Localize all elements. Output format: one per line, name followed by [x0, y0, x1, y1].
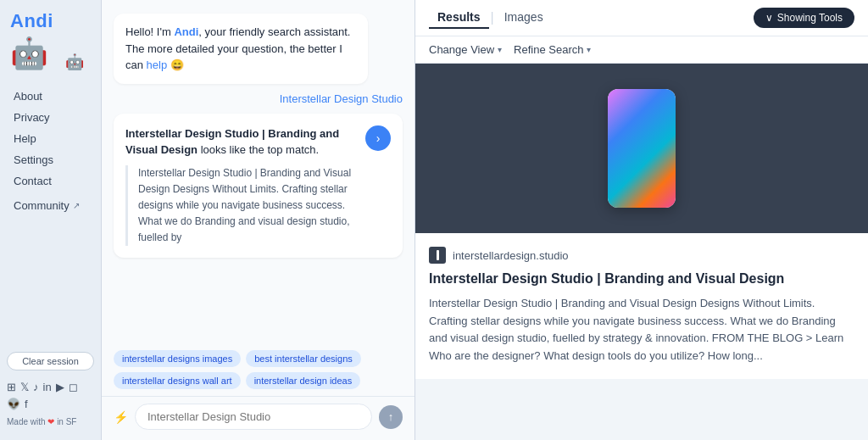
- results-panel: Results | Images ∨ Showing Tools Change …: [415, 0, 868, 440]
- help-link[interactable]: help: [147, 58, 168, 71]
- result-title: Interstellar Design Studio | Branding an…: [429, 270, 854, 288]
- sidebar-item-about[interactable]: About: [7, 86, 94, 106]
- site-favicon: [429, 247, 446, 264]
- result-site-row: interstellardesign.studio: [429, 247, 854, 264]
- sidebar-item-privacy[interactable]: Privacy: [7, 108, 94, 127]
- lightning-icon: ⚡: [114, 410, 128, 424]
- youtube-icon[interactable]: ▶: [56, 381, 64, 393]
- showing-tools-button[interactable]: ∨ Showing Tools: [754, 8, 854, 28]
- change-view-dropdown-icon: ▾: [498, 45, 502, 54]
- quote-text: Interstellar Design Studio | Branding an…: [138, 167, 351, 244]
- robot-large-icon: 🤖: [10, 36, 48, 71]
- chip-3[interactable]: interstellar design ideas: [246, 372, 361, 389]
- sidebar-item-settings[interactable]: Settings: [7, 150, 94, 170]
- instagram-icon[interactable]: ◻: [69, 381, 78, 393]
- brand-name: Andi: [174, 25, 198, 38]
- chip-2[interactable]: interstellar designs wall art: [114, 372, 241, 389]
- results-tabs: Results | Images: [429, 7, 552, 29]
- heart-icon: ❤: [47, 417, 54, 426]
- chip-1[interactable]: best interstellar designs: [246, 350, 361, 367]
- top-match-text: Interstellar Design Studio | Branding an…: [125, 125, 357, 247]
- results-toolbar: Change View ▾ Refine Search ▾: [415, 36, 868, 64]
- facebook-icon[interactable]: f: [25, 398, 28, 410]
- result-site-link[interactable]: Interstellar Design Studio: [114, 92, 403, 105]
- result-card: interstellardesign.studio Interstellar D…: [415, 233, 868, 379]
- made-with-label: Made with ❤ in SF: [0, 414, 101, 433]
- refine-search-button[interactable]: Refine Search ▾: [514, 43, 591, 56]
- chat-input[interactable]: [135, 404, 372, 430]
- top-match-suffix: looks like the top match.: [198, 143, 319, 156]
- tab-images[interactable]: Images: [496, 7, 552, 29]
- greeting-emoji: 😄: [170, 58, 184, 71]
- discord-icon[interactable]: ⊞: [7, 381, 16, 393]
- chat-input-row: ⚡ ↑: [102, 396, 415, 440]
- tiktok-icon[interactable]: ♪: [33, 381, 39, 393]
- reddit-icon[interactable]: 👽: [7, 398, 20, 410]
- social-icons-row: ⊞ 𝕏 ♪ in ▶ ◻ 👽 f: [0, 376, 101, 414]
- chat-panel: Hello! I'm Andi, your friendly search as…: [102, 0, 415, 440]
- sidebar-item-help[interactable]: Help: [7, 129, 94, 148]
- sidebar: Andi 🤖 🤖 About Privacy Help Settings Con…: [0, 0, 102, 440]
- chat-messages: Hello! I'm Andi, your friendly search as…: [102, 0, 415, 350]
- change-view-button[interactable]: Change View ▾: [429, 43, 502, 56]
- robot-small-icon: 🤖: [65, 53, 84, 71]
- send-button[interactable]: ↑: [379, 405, 403, 429]
- sidebar-item-contact[interactable]: Contact: [7, 171, 94, 191]
- featured-image-card: [415, 64, 868, 233]
- app-logo: Andi: [10, 10, 53, 32]
- top-match-arrow-button[interactable]: ›: [365, 125, 391, 151]
- tab-results[interactable]: Results: [429, 7, 489, 29]
- chip-0[interactable]: interstellar designs images: [114, 350, 241, 367]
- community-label: Community: [14, 199, 70, 212]
- external-link-icon: ↗: [73, 201, 80, 210]
- favicon-bar: [437, 250, 439, 260]
- twitter-icon[interactable]: 𝕏: [20, 381, 29, 393]
- suggestion-chips: interstellar designs images best interst…: [102, 350, 415, 396]
- change-view-label: Change View: [429, 43, 494, 56]
- refine-search-dropdown-icon: ▾: [587, 45, 591, 54]
- site-domain: interstellardesign.studio: [453, 249, 569, 262]
- top-match-card: Interstellar Design Studio | Branding an…: [114, 114, 403, 259]
- phone-mockup: [608, 89, 676, 208]
- clear-session-button[interactable]: Clear session: [7, 352, 94, 370]
- results-header: Results | Images ∨ Showing Tools: [415, 0, 868, 36]
- tab-divider: |: [491, 10, 494, 25]
- quote-block: Interstellar Design Studio | Branding an…: [125, 165, 357, 247]
- showing-tools-label: Showing Tools: [777, 12, 843, 24]
- linkedin-icon[interactable]: in: [43, 381, 52, 393]
- result-description: Interstellar Design Studio | Branding an…: [429, 295, 854, 365]
- sidebar-item-community[interactable]: Community ↗: [7, 196, 94, 215]
- chevron-down-icon: ∨: [765, 12, 773, 24]
- phone-screen: [608, 89, 676, 208]
- greeting-before: Hello! I'm: [125, 25, 174, 38]
- results-content: interstellardesign.studio Interstellar D…: [415, 64, 868, 440]
- sidebar-navigation: About Privacy Help Settings Contact Comm…: [0, 86, 101, 347]
- logo-area: Andi 🤖 🤖: [0, 10, 101, 78]
- bot-greeting-bubble: Hello! I'm Andi, your friendly search as…: [114, 14, 368, 84]
- refine-search-label: Refine Search: [514, 43, 583, 56]
